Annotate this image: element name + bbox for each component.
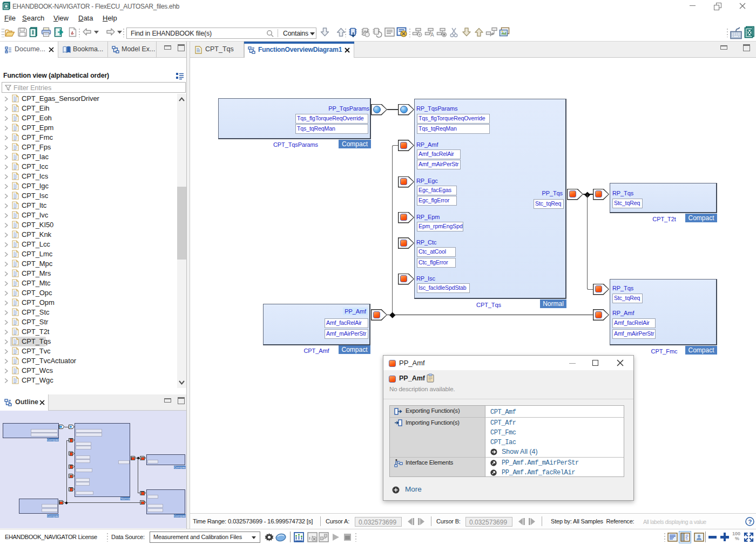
svg-text:?: ? [748, 519, 752, 525]
svg-text:A: A [430, 32, 434, 38]
